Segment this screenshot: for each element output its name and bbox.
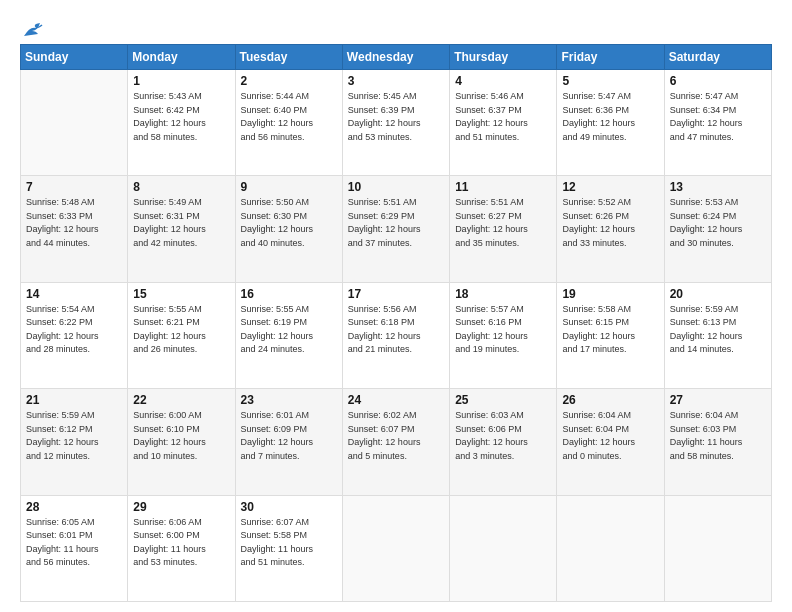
day-cell: 16Sunrise: 5:55 AM Sunset: 6:19 PM Dayli…: [235, 282, 342, 388]
day-cell: 15Sunrise: 5:55 AM Sunset: 6:21 PM Dayli…: [128, 282, 235, 388]
day-number: 29: [133, 500, 229, 514]
logo-bird-icon: [22, 22, 44, 40]
day-number: 18: [455, 287, 551, 301]
calendar-table: SundayMondayTuesdayWednesdayThursdayFrid…: [20, 44, 772, 602]
day-number: 11: [455, 180, 551, 194]
day-detail: Sunrise: 5:59 AM Sunset: 6:12 PM Dayligh…: [26, 409, 122, 463]
day-detail: Sunrise: 5:51 AM Sunset: 6:29 PM Dayligh…: [348, 196, 444, 250]
week-row-1: 1Sunrise: 5:43 AM Sunset: 6:42 PM Daylig…: [21, 70, 772, 176]
day-cell: 23Sunrise: 6:01 AM Sunset: 6:09 PM Dayli…: [235, 389, 342, 495]
day-cell: 9Sunrise: 5:50 AM Sunset: 6:30 PM Daylig…: [235, 176, 342, 282]
day-cell: 27Sunrise: 6:04 AM Sunset: 6:03 PM Dayli…: [664, 389, 771, 495]
day-detail: Sunrise: 6:02 AM Sunset: 6:07 PM Dayligh…: [348, 409, 444, 463]
day-cell: 24Sunrise: 6:02 AM Sunset: 6:07 PM Dayli…: [342, 389, 449, 495]
day-cell: 21Sunrise: 5:59 AM Sunset: 6:12 PM Dayli…: [21, 389, 128, 495]
day-number: 10: [348, 180, 444, 194]
day-cell: [342, 495, 449, 601]
day-cell: 10Sunrise: 5:51 AM Sunset: 6:29 PM Dayli…: [342, 176, 449, 282]
dow-header-thursday: Thursday: [450, 45, 557, 70]
day-cell: [664, 495, 771, 601]
day-cell: 3Sunrise: 5:45 AM Sunset: 6:39 PM Daylig…: [342, 70, 449, 176]
day-detail: Sunrise: 5:58 AM Sunset: 6:15 PM Dayligh…: [562, 303, 658, 357]
day-cell: 5Sunrise: 5:47 AM Sunset: 6:36 PM Daylig…: [557, 70, 664, 176]
day-cell: 28Sunrise: 6:05 AM Sunset: 6:01 PM Dayli…: [21, 495, 128, 601]
day-detail: Sunrise: 5:51 AM Sunset: 6:27 PM Dayligh…: [455, 196, 551, 250]
day-number: 21: [26, 393, 122, 407]
day-number: 7: [26, 180, 122, 194]
day-detail: Sunrise: 6:06 AM Sunset: 6:00 PM Dayligh…: [133, 516, 229, 570]
day-cell: 18Sunrise: 5:57 AM Sunset: 6:16 PM Dayli…: [450, 282, 557, 388]
day-detail: Sunrise: 6:07 AM Sunset: 5:58 PM Dayligh…: [241, 516, 337, 570]
day-number: 14: [26, 287, 122, 301]
day-number: 23: [241, 393, 337, 407]
day-detail: Sunrise: 5:43 AM Sunset: 6:42 PM Dayligh…: [133, 90, 229, 144]
day-detail: Sunrise: 5:56 AM Sunset: 6:18 PM Dayligh…: [348, 303, 444, 357]
day-number: 22: [133, 393, 229, 407]
day-detail: Sunrise: 5:49 AM Sunset: 6:31 PM Dayligh…: [133, 196, 229, 250]
day-number: 20: [670, 287, 766, 301]
day-number: 6: [670, 74, 766, 88]
day-number: 25: [455, 393, 551, 407]
week-row-2: 7Sunrise: 5:48 AM Sunset: 6:33 PM Daylig…: [21, 176, 772, 282]
week-row-4: 21Sunrise: 5:59 AM Sunset: 6:12 PM Dayli…: [21, 389, 772, 495]
day-detail: Sunrise: 5:50 AM Sunset: 6:30 PM Dayligh…: [241, 196, 337, 250]
day-detail: Sunrise: 6:05 AM Sunset: 6:01 PM Dayligh…: [26, 516, 122, 570]
day-number: 17: [348, 287, 444, 301]
day-number: 9: [241, 180, 337, 194]
day-cell: 4Sunrise: 5:46 AM Sunset: 6:37 PM Daylig…: [450, 70, 557, 176]
day-number: 26: [562, 393, 658, 407]
day-number: 4: [455, 74, 551, 88]
day-detail: Sunrise: 6:04 AM Sunset: 6:04 PM Dayligh…: [562, 409, 658, 463]
day-detail: Sunrise: 5:52 AM Sunset: 6:26 PM Dayligh…: [562, 196, 658, 250]
day-number: 24: [348, 393, 444, 407]
day-number: 3: [348, 74, 444, 88]
day-number: 16: [241, 287, 337, 301]
day-number: 15: [133, 287, 229, 301]
day-cell: 19Sunrise: 5:58 AM Sunset: 6:15 PM Dayli…: [557, 282, 664, 388]
day-number: 13: [670, 180, 766, 194]
day-detail: Sunrise: 5:48 AM Sunset: 6:33 PM Dayligh…: [26, 196, 122, 250]
day-number: 2: [241, 74, 337, 88]
day-cell: [557, 495, 664, 601]
day-cell: 22Sunrise: 6:00 AM Sunset: 6:10 PM Dayli…: [128, 389, 235, 495]
day-detail: Sunrise: 5:57 AM Sunset: 6:16 PM Dayligh…: [455, 303, 551, 357]
day-cell: 11Sunrise: 5:51 AM Sunset: 6:27 PM Dayli…: [450, 176, 557, 282]
day-cell: 7Sunrise: 5:48 AM Sunset: 6:33 PM Daylig…: [21, 176, 128, 282]
day-number: 27: [670, 393, 766, 407]
day-detail: Sunrise: 6:03 AM Sunset: 6:06 PM Dayligh…: [455, 409, 551, 463]
day-cell: 17Sunrise: 5:56 AM Sunset: 6:18 PM Dayli…: [342, 282, 449, 388]
day-number: 1: [133, 74, 229, 88]
day-detail: Sunrise: 5:54 AM Sunset: 6:22 PM Dayligh…: [26, 303, 122, 357]
day-number: 12: [562, 180, 658, 194]
day-cell: 2Sunrise: 5:44 AM Sunset: 6:40 PM Daylig…: [235, 70, 342, 176]
dow-header-saturday: Saturday: [664, 45, 771, 70]
day-number: 28: [26, 500, 122, 514]
dow-header-tuesday: Tuesday: [235, 45, 342, 70]
day-detail: Sunrise: 6:00 AM Sunset: 6:10 PM Dayligh…: [133, 409, 229, 463]
day-cell: 26Sunrise: 6:04 AM Sunset: 6:04 PM Dayli…: [557, 389, 664, 495]
day-number: 5: [562, 74, 658, 88]
day-cell: 1Sunrise: 5:43 AM Sunset: 6:42 PM Daylig…: [128, 70, 235, 176]
dow-header-friday: Friday: [557, 45, 664, 70]
day-detail: Sunrise: 5:53 AM Sunset: 6:24 PM Dayligh…: [670, 196, 766, 250]
day-detail: Sunrise: 5:45 AM Sunset: 6:39 PM Dayligh…: [348, 90, 444, 144]
day-detail: Sunrise: 5:46 AM Sunset: 6:37 PM Dayligh…: [455, 90, 551, 144]
week-row-3: 14Sunrise: 5:54 AM Sunset: 6:22 PM Dayli…: [21, 282, 772, 388]
day-number: 30: [241, 500, 337, 514]
day-number: 19: [562, 287, 658, 301]
day-detail: Sunrise: 5:55 AM Sunset: 6:19 PM Dayligh…: [241, 303, 337, 357]
day-detail: Sunrise: 5:44 AM Sunset: 6:40 PM Dayligh…: [241, 90, 337, 144]
day-cell: 30Sunrise: 6:07 AM Sunset: 5:58 PM Dayli…: [235, 495, 342, 601]
day-detail: Sunrise: 6:01 AM Sunset: 6:09 PM Dayligh…: [241, 409, 337, 463]
day-cell: 20Sunrise: 5:59 AM Sunset: 6:13 PM Dayli…: [664, 282, 771, 388]
day-cell: 6Sunrise: 5:47 AM Sunset: 6:34 PM Daylig…: [664, 70, 771, 176]
day-cell: 13Sunrise: 5:53 AM Sunset: 6:24 PM Dayli…: [664, 176, 771, 282]
day-detail: Sunrise: 5:47 AM Sunset: 6:36 PM Dayligh…: [562, 90, 658, 144]
day-detail: Sunrise: 5:59 AM Sunset: 6:13 PM Dayligh…: [670, 303, 766, 357]
day-cell: 14Sunrise: 5:54 AM Sunset: 6:22 PM Dayli…: [21, 282, 128, 388]
day-cell: 12Sunrise: 5:52 AM Sunset: 6:26 PM Dayli…: [557, 176, 664, 282]
dow-header-monday: Monday: [128, 45, 235, 70]
logo: [20, 22, 44, 36]
day-detail: Sunrise: 5:55 AM Sunset: 6:21 PM Dayligh…: [133, 303, 229, 357]
day-number: 8: [133, 180, 229, 194]
